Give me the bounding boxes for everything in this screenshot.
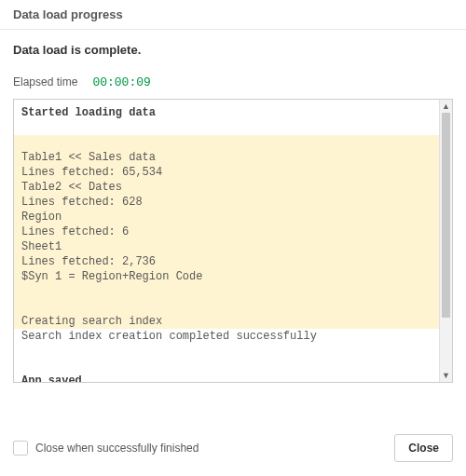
log-line: Creating search index <box>14 314 439 329</box>
elapsed-label: Elapsed time <box>13 75 77 88</box>
log-line: $Syn 1 = Region+Region Code <box>14 269 439 284</box>
log-line: Sheet1 <box>14 239 439 254</box>
log-line: Lines fetched: 628 <box>14 195 439 210</box>
scrollbar[interactable]: ▲ ▼ <box>439 100 452 382</box>
log-line: Lines fetched: 65,534 <box>14 165 439 180</box>
checkbox-label: Close when successfully finished <box>35 442 199 455</box>
elapsed-value: 00:00:09 <box>92 75 150 89</box>
log-line: App saved <box>21 374 432 382</box>
log-line: Table1 << Sales data <box>14 150 439 165</box>
log-line <box>14 284 439 299</box>
dialog-header: Data load progress <box>0 0 466 30</box>
log-line: Lines fetched: 2,736 <box>14 254 439 269</box>
log-line <box>21 120 432 135</box>
status-row: Data load is complete. <box>0 30 466 61</box>
log-content[interactable]: Started loading data Table1 << Sales dat… <box>14 100 439 382</box>
log-line <box>21 344 432 359</box>
close-button[interactable]: Close <box>394 434 453 462</box>
log-line <box>14 299 439 314</box>
log-line: Table2 << Dates <box>14 180 439 195</box>
log-line: Search index creation completed successf… <box>21 329 432 344</box>
scroll-down-icon[interactable]: ▼ <box>440 369 452 382</box>
log-line: Lines fetched: 6 <box>14 224 439 239</box>
elapsed-row: Elapsed time 00:00:09 <box>0 61 466 99</box>
scroll-thumb[interactable] <box>442 113 450 318</box>
log-panel: Started loading data Table1 << Sales dat… <box>13 99 453 383</box>
log-line <box>14 135 439 150</box>
close-when-finished-option[interactable]: Close when successfully finished <box>13 441 199 456</box>
log-line: Started loading data <box>21 105 432 120</box>
checkbox-icon[interactable] <box>13 441 28 456</box>
dialog-title: Data load progress <box>13 7 453 21</box>
scroll-up-icon[interactable]: ▲ <box>440 100 452 113</box>
status-text: Data load is complete. <box>13 43 453 57</box>
dialog-footer: Close when successfully finished Close <box>0 422 466 476</box>
log-line <box>21 359 432 374</box>
log-line: Region <box>14 210 439 224</box>
scroll-track[interactable] <box>440 113 452 369</box>
